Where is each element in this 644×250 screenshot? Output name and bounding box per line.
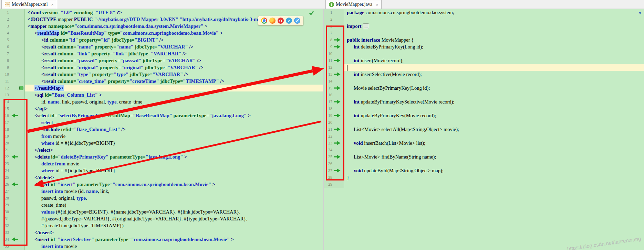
xml-code-text[interactable]: delete from movie <box>25 160 323 167</box>
xml-code-text[interactable]: </delete> <box>25 174 323 181</box>
java-code-text[interactable] <box>344 119 644 126</box>
goto-java-declaration-arrow-icon[interactable] <box>9 237 21 241</box>
xml-code-text[interactable]: <result column="link" property="link" jd… <box>25 50 323 57</box>
code-line: 29create_time) <box>0 202 323 208</box>
xml-code-text[interactable]: #{createTime,jdbcType=TIMESTAMP}) <box>25 222 323 229</box>
gutter: 13 <box>0 91 25 98</box>
tab-moviemapper-xml[interactable]: </> MovieMapper.xml × <box>1 0 57 9</box>
java-code-text[interactable] <box>344 16 644 23</box>
goto-java-declaration-arrow-icon[interactable] <box>9 182 21 186</box>
xml-code-text[interactable]: <delete id="deleteByPrimaryKey" paramete… <box>25 153 323 160</box>
java-code-text[interactable]: int insert(Movie record); <box>344 57 644 64</box>
java-code-text[interactable] <box>344 30 644 36</box>
xml-code-text[interactable]: where id = #{id,jdbcType=BIGINT} <box>25 167 323 174</box>
java-code-text[interactable] <box>344 64 644 71</box>
line-number: 24 <box>0 167 9 174</box>
xml-code-text[interactable]: </select> <box>25 146 323 153</box>
goto-mapper-xml-arrow-icon[interactable] <box>332 169 342 173</box>
goto-mapper-xml-arrow-icon[interactable] <box>332 155 342 159</box>
xml-code-text[interactable]: create_time) <box>25 202 323 208</box>
gutter: 11 <box>324 57 344 64</box>
xml-code-text[interactable]: <id column="id" property="id" jdbcType="… <box>25 36 323 43</box>
java-code-text[interactable]: void updateById(Map<String,Object> map); <box>344 167 644 174</box>
xml-code-text[interactable]: select <box>25 119 323 126</box>
goto-mapper-xml-arrow-icon[interactable] <box>332 72 342 76</box>
java-code-text[interactable]: int insertSelective(Movie record); <box>344 71 644 78</box>
xml-code-text[interactable]: insert into movie <box>25 243 323 250</box>
xml-code-text[interactable]: passwd, original, type, <box>25 195 323 202</box>
java-code-text[interactable]: public interface MovieMapper { <box>344 36 644 43</box>
line-number: 14 <box>324 78 332 85</box>
xml-code-text[interactable]: <?xml version="1.0" encoding="UTF-8" ?> <box>25 9 323 16</box>
java-code-text[interactable] <box>344 78 644 85</box>
xml-code-text[interactable]: <sql id="Base_Column_List" > <box>25 91 323 98</box>
java-code-text[interactable] <box>344 146 644 153</box>
xml-code-text[interactable]: <result column="name" property="name" jd… <box>25 43 323 50</box>
chrome-browser-icon[interactable] <box>261 18 267 24</box>
code-line: 4<resultMap id="BaseResultMap" type="com… <box>0 30 323 36</box>
xml-code-text[interactable]: <insert id="insertSelective" parameterTy… <box>25 236 323 243</box>
scrollbar-marker-icon[interactable]: ▼ <box>638 11 642 15</box>
line-number: 1 <box>324 9 332 16</box>
goto-mapper-xml-arrow-icon[interactable] <box>332 86 342 90</box>
goto-mapper-xml-arrow-icon[interactable] <box>332 127 342 131</box>
xml-code-text[interactable]: <insert id="insert" parameterType="com.s… <box>25 181 323 188</box>
xml-code-text[interactable]: <result column="create_time" property="c… <box>25 78 323 85</box>
gutter-marker-icon[interactable] <box>19 86 23 90</box>
xml-code-text[interactable]: <resultMap id="BaseResultMap" type="com.… <box>25 30 323 36</box>
firefox-browser-icon[interactable] <box>269 18 276 24</box>
goto-java-declaration-arrow-icon[interactable] <box>9 113 21 118</box>
line-number: 18 <box>324 105 332 112</box>
java-code-text[interactable] <box>344 181 644 188</box>
java-code-text[interactable]: package com.simons.cn.springbootdemo.dao… <box>344 9 644 16</box>
xml-code-text[interactable]: where id = #{id,jdbcType=BIGINT} <box>25 140 323 146</box>
code-line: 18<include refid="Base_Column_List" /> <box>0 126 323 133</box>
java-code-text[interactable]: void insertBatch(List<Movie> list); <box>344 140 644 146</box>
code-line: 23void insertBatch(List<Movie> list); <box>324 140 644 146</box>
goto-java-declaration-arrow-icon[interactable] <box>9 155 21 159</box>
xml-code-text[interactable]: <result column="original" property="orig… <box>25 64 323 71</box>
xml-code-text[interactable]: values (#{id,jdbcType=BIGINT}, #{name,jd… <box>25 208 323 215</box>
xml-editor-pane[interactable]: 1<?xml version="1.0" encoding="UTF-8" ?>… <box>0 9 323 250</box>
xml-code-text[interactable]: <select id="selectByPrimaryKey" resultMa… <box>25 112 323 119</box>
close-tab-icon[interactable]: × <box>51 2 54 7</box>
xml-code-text[interactable]: <result column="type" property="type" jd… <box>25 71 323 78</box>
close-tab-icon[interactable]: × <box>376 2 378 7</box>
xml-code-text[interactable]: insert into movie (id, name, link, <box>25 188 323 195</box>
goto-mapper-xml-arrow-icon[interactable] <box>332 38 342 42</box>
xml-code-text[interactable]: id, name, link, passwd, original, type, … <box>25 98 323 105</box>
tab-moviemapper-java[interactable]: I MovieMapper.java × <box>325 0 382 9</box>
safari-browser-icon[interactable] <box>294 18 300 24</box>
goto-mapper-xml-arrow-icon[interactable] <box>332 113 342 118</box>
goto-mapper-xml-arrow-icon[interactable] <box>332 58 342 63</box>
java-code-text[interactable] <box>344 160 644 167</box>
xml-code-text[interactable]: </resultMap> <box>25 85 323 91</box>
gutter: 20 <box>324 119 344 126</box>
xml-code-text[interactable]: </sql> <box>25 105 323 112</box>
java-code-text[interactable]: int deleteByPrimaryKey(Long id); <box>344 43 644 50</box>
java-code-text[interactable]: } <box>344 174 644 181</box>
java-code-text[interactable]: Movie selectByPrimaryKey(Long id); <box>344 85 644 91</box>
java-code-text[interactable]: int updateByPrimaryKeySelective(Movie re… <box>344 98 644 105</box>
xml-code-text[interactable]: </insert> <box>25 229 323 236</box>
xml-code-text[interactable]: <result column="passwd" property="passwd… <box>25 57 323 64</box>
xml-code-text[interactable]: from movie <box>25 133 323 140</box>
java-code-text[interactable]: import ... <box>344 23 644 30</box>
line-number: 13 <box>324 71 332 78</box>
java-code-text[interactable]: int updateByPrimaryKey(Movie record); <box>344 112 644 119</box>
opera-browser-icon[interactable] <box>278 18 284 24</box>
ie-browser-icon[interactable] <box>286 18 292 24</box>
java-code-text[interactable]: List<Movie> findByName(String name); <box>344 153 644 160</box>
goto-mapper-xml-arrow-icon[interactable] <box>332 141 342 145</box>
goto-mapper-xml-arrow-icon[interactable] <box>332 100 342 104</box>
java-editor-pane[interactable]: 1package com.simons.cn.springbootdemo.da… <box>324 9 644 250</box>
java-code-text[interactable] <box>344 50 644 57</box>
xml-code-text[interactable]: #{passwd,jdbcType=VARCHAR}, #{original,j… <box>25 215 323 222</box>
java-code-text[interactable] <box>344 105 644 112</box>
line-number: 22 <box>0 153 9 160</box>
xml-code-text[interactable]: <include refid="Base_Column_List" /> <box>25 126 323 133</box>
java-code-text[interactable] <box>344 91 644 98</box>
java-code-text[interactable]: List<Movie> selectAll(Map<String,Object>… <box>344 126 644 133</box>
goto-mapper-xml-arrow-icon[interactable] <box>332 45 342 49</box>
java-code-text[interactable] <box>344 133 644 140</box>
